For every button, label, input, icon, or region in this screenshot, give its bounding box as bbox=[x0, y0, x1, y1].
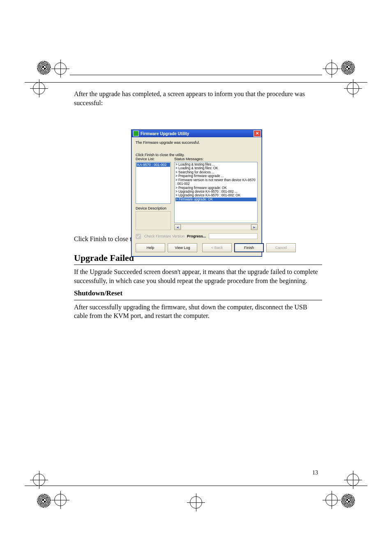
status-line: > Upgrading device KA-9570 : 001-002: OK bbox=[175, 193, 256, 197]
success-message: The Firmware upgrade was successful. bbox=[136, 140, 258, 145]
firmware-upgrade-dialog: Firmware Upgrade Utility ✕ The Firmware … bbox=[131, 129, 262, 257]
help-button[interactable]: Help bbox=[136, 243, 165, 252]
section-body: If the Upgrade Succeeded screen doesn't … bbox=[74, 267, 322, 285]
status-line: > Preparing firmware upgrade ... bbox=[175, 174, 256, 178]
crosshair-icon bbox=[325, 62, 338, 75]
subsection-heading: Shutdown/Reset bbox=[74, 289, 322, 298]
page-header bbox=[70, 74, 322, 75]
status-line: > Firmware version is not newer than dev… bbox=[175, 178, 256, 186]
device-list[interactable]: KA-9570 : 001-002 bbox=[136, 162, 171, 204]
scroll-left-icon[interactable]: ◄ bbox=[174, 224, 181, 230]
status-line: > Loading & testing files: OK bbox=[175, 166, 256, 170]
crosshair-icon bbox=[54, 62, 67, 75]
print-roller bbox=[37, 494, 51, 508]
crosshair-icon bbox=[347, 474, 359, 486]
device-desc-label: Device Description bbox=[136, 206, 171, 210]
cancel-button: Cancel bbox=[266, 243, 296, 252]
status-label: Status Messages: bbox=[174, 157, 258, 161]
print-roller bbox=[37, 61, 51, 75]
crosshair-icon bbox=[190, 496, 202, 509]
check-firmware-checkbox bbox=[136, 234, 141, 239]
instruction-text: Click Finish to close the utility. bbox=[136, 153, 258, 157]
check-firmware-label: Check Firmware Version bbox=[144, 234, 184, 238]
status-line: > Upgrading device KA-9570 : 001-002 ... bbox=[175, 190, 256, 193]
progress-bar bbox=[209, 233, 258, 239]
device-list-item[interactable]: KA-9570 : 001-002 bbox=[136, 163, 170, 167]
progress-label: Progress... bbox=[187, 234, 206, 238]
device-description bbox=[136, 211, 171, 230]
scroll-track[interactable] bbox=[181, 224, 251, 230]
scroll-right-icon[interactable]: ► bbox=[251, 224, 258, 230]
crosshair-icon bbox=[33, 82, 45, 94]
divider bbox=[74, 300, 322, 300]
back-button: < Back bbox=[202, 243, 232, 252]
print-roller bbox=[341, 61, 355, 75]
intro-text: After the upgrade has completed, a scree… bbox=[74, 90, 322, 107]
print-roller bbox=[341, 494, 355, 508]
crosshair-icon bbox=[33, 474, 45, 486]
status-line: > Searching for devices ... bbox=[175, 170, 256, 174]
crosshair-icon bbox=[347, 82, 359, 94]
close-icon[interactable]: ✕ bbox=[254, 130, 261, 137]
status-line: > Loading & testing files ... bbox=[175, 163, 256, 166]
crosshair-icon bbox=[54, 494, 67, 506]
crop-line bbox=[25, 82, 367, 83]
page-number: 13 bbox=[312, 470, 318, 476]
device-list-label: Device List: bbox=[136, 157, 171, 161]
dialog-title: Firmware Upgrade Utility bbox=[141, 131, 254, 136]
subsection-body: After successfully upgrading the firmwar… bbox=[74, 303, 322, 320]
status-line: > Firmware upgrade: OK bbox=[175, 198, 256, 201]
horizontal-scrollbar[interactable]: ◄ ► bbox=[174, 224, 258, 230]
dialog-titlebar[interactable]: Firmware Upgrade Utility ✕ bbox=[131, 130, 262, 137]
finish-button[interactable]: Finish bbox=[234, 243, 264, 252]
view-log-button[interactable]: View Log bbox=[168, 243, 197, 252]
status-messages[interactable]: > Loading & testing files ... > Loading … bbox=[174, 162, 258, 223]
app-icon bbox=[133, 131, 139, 136]
status-line: > Preparing firmware upgrade: OK bbox=[175, 186, 256, 190]
crop-line bbox=[25, 486, 367, 486]
crosshair-icon bbox=[325, 494, 338, 506]
